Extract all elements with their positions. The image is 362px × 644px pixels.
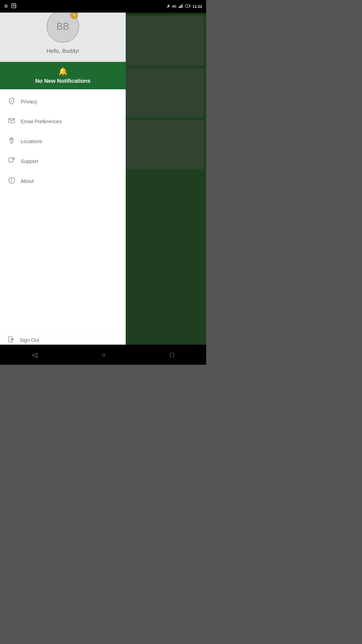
settings-icon: ⚙ [4,4,8,9]
battery-icon [185,4,191,9]
avatar-wrapper[interactable]: BB ✎ [47,10,79,43]
about-label: About [21,178,34,184]
status-bar-right: ✗ 4G 11:22 [167,4,202,9]
edit-icon: ✎ [73,13,76,18]
external-link-icon [8,157,16,166]
svg-rect-8 [190,5,190,7]
info-icon [8,177,16,186]
status-bar: ⚙ ✗ 4G [0,0,206,13]
task-icon [11,3,17,10]
time-display: 11:22 [193,4,202,9]
bluetooth-icon: ✗ [167,4,170,9]
svg-rect-6 [182,4,183,8]
svg-rect-5 [181,5,182,8]
svg-point-50 [11,179,12,179]
privacy-label: Privacy [21,99,37,105]
email-preferences-label: Email Preferences [21,119,62,125]
bottom-nav-bar: ◁ ○ □ [0,345,206,365]
svg-rect-4 [180,6,181,8]
notification-banner: 🔔 No New Notifications [0,62,126,89]
svg-rect-3 [179,6,179,8]
avatar-initials: BB [57,21,69,32]
navigation-drawer: BB ✎ Hello, Buddy! 🔔 No New Notification… [0,0,126,352]
signal-bars-icon [178,4,183,9]
support-label: Support [21,158,38,164]
greeting-text: Hello, Buddy! [47,48,79,54]
menu-item-support[interactable]: Support [0,151,126,171]
status-bar-left: ⚙ [4,3,17,10]
menu-list: Privacy Email Preferences Locations [0,89,126,352]
bell-icon: 🔔 [58,67,68,76]
notification-text: No New Notifications [35,78,90,84]
recent-apps-button[interactable]: □ [170,351,174,359]
menu-item-about[interactable]: About [0,171,126,191]
svg-point-46 [11,139,12,140]
sign-out-icon [8,336,15,345]
signal-icon: 4G [172,5,176,8]
menu-item-email-preferences[interactable]: Email Preferences [0,112,126,132]
home-button[interactable]: ○ [102,351,106,359]
sign-out-label: Sign Out [20,337,39,343]
locations-label: Locations [21,139,42,144]
back-button[interactable]: ◁ [32,351,37,359]
email-icon [8,117,16,126]
location-icon [8,137,16,146]
shield-icon [8,97,16,106]
menu-item-locations[interactable]: Locations [0,132,126,151]
menu-item-privacy[interactable]: Privacy [0,92,126,112]
